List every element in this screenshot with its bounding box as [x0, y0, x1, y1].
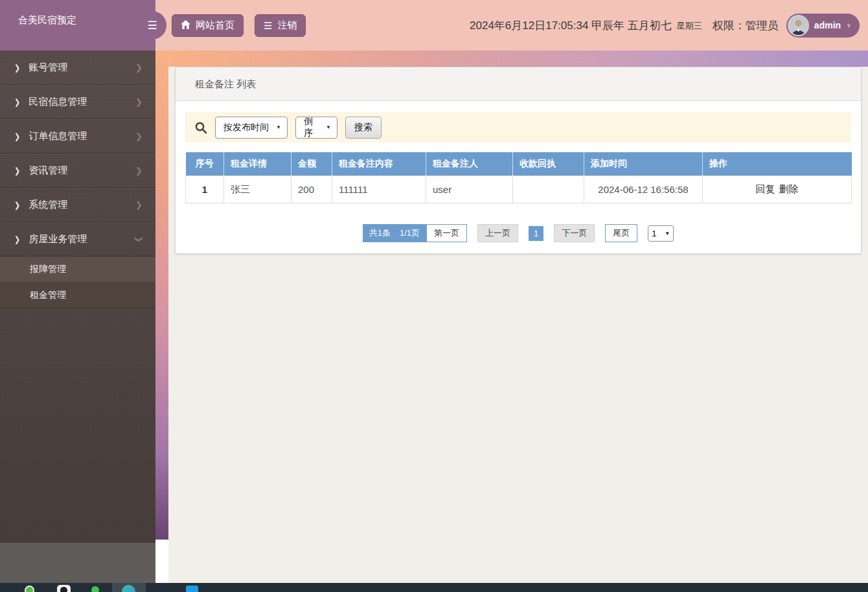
search-icon — [194, 121, 207, 134]
chevron-right-icon: ❯ — [14, 234, 20, 244]
sort-order-value: 倒序 — [304, 116, 321, 139]
sidebar-header: 合美民宿预定 ☰ — [0, 0, 155, 51]
background-gradient-band — [168, 51, 868, 67]
col-receipt: 收款回执 — [513, 152, 584, 176]
col-index: 序号 — [186, 152, 224, 176]
pagination-summary: 共1条 1/1页 — [363, 224, 426, 242]
first-page-button[interactable]: 第一页 — [426, 224, 467, 242]
page-count: 1/1页 — [400, 227, 420, 239]
page-number-select[interactable]: 1 ▼ — [648, 225, 674, 242]
col-remark-person: 租金备注人 — [426, 152, 513, 176]
col-amount: 金额 — [291, 152, 332, 176]
sidebar-item-label: 系统管理 — [29, 199, 67, 211]
page-select-value: 1 — [652, 229, 656, 238]
sidebar: ❯ 账号管理 ❯ ❯ 民宿信息管理 ❯ ❯ 订单信息管理 ❯ ❯ 资讯管理 ❯ … — [0, 51, 155, 543]
pagination: 共1条 1/1页 第一页 上一页 1 下一页 尾页 1 ▼ — [176, 224, 861, 242]
taskbar-app-icon[interactable] — [91, 586, 99, 592]
col-add-time: 添加时间 — [584, 152, 703, 176]
panel-title: 租金备注 列表 — [195, 78, 256, 89]
cell-actions: 回复删除 — [703, 176, 852, 203]
cell-receipt — [513, 176, 584, 203]
cell-remark-person: user — [426, 176, 513, 203]
cell-index: 1 — [186, 176, 224, 203]
taskbar-app-icon[interactable] — [25, 586, 34, 592]
os-taskbar — [0, 583, 868, 592]
cell-remark-content: 111111 — [332, 176, 426, 203]
sidebar-subitem-fault-report[interactable]: 报障管理 — [0, 256, 155, 282]
app-title: 合美民宿预定 — [18, 14, 76, 27]
chevron-right-icon: ❯ — [135, 200, 143, 210]
hamburger-icon: ☰ — [147, 19, 157, 32]
sidebar-item-account[interactable]: ❯ 账号管理 ❯ — [0, 51, 155, 85]
col-actions: 操作 — [703, 152, 852, 176]
logout-menu-icon: ☰ — [264, 21, 272, 30]
user-menu[interactable]: admin ▼ — [786, 14, 860, 38]
topbar: 网站首页 ☰ 注销 2024年6月12日17:05:34 甲辰年 五月初七 星期… — [155, 0, 868, 51]
taskbar-app-icon[interactable] — [57, 585, 71, 592]
logout-label: 注销 — [277, 19, 297, 32]
table-header-row: 序号 租金详情 金额 租金备注内容 租金备注人 收款回执 添加时间 操作 — [186, 152, 852, 176]
cell-rent-detail: 张三 — [224, 176, 291, 203]
chevron-right-icon: ❯ — [135, 63, 143, 73]
topbar-info: 2024年6月12日17:05:34 甲辰年 五月初七 星期三 权限：管理员 a… — [470, 14, 868, 38]
chevron-right-icon: ❯ — [14, 131, 20, 141]
background-gradient-strip — [155, 51, 168, 540]
avatar — [788, 15, 809, 36]
chevron-right-icon: ❯ — [14, 97, 20, 107]
sidebar-item-label: 账号管理 — [29, 62, 67, 74]
delete-link[interactable]: 删除 — [779, 183, 799, 194]
site-home-button[interactable]: 网站首页 — [172, 14, 244, 37]
cell-amount: 200 — [291, 176, 332, 203]
home-icon — [181, 20, 190, 30]
chevron-down-icon: ❯ — [134, 236, 144, 243]
sort-field-select[interactable]: 按发布时间 ▼ — [215, 117, 288, 139]
reply-link[interactable]: 回复 — [756, 183, 775, 194]
logout-button[interactable]: ☰ 注销 — [255, 14, 306, 37]
sidebar-item-homestay-info[interactable]: ❯ 民宿信息管理 ❯ — [0, 85, 155, 119]
rent-remarks-panel: 租金备注 列表 按发布时间 ▼ 倒序 ▼ 搜索 序号 — [175, 67, 862, 254]
chevron-right-icon: ❯ — [14, 200, 20, 210]
last-page-button[interactable]: 尾页 — [605, 224, 637, 242]
chevron-right-icon: ❯ — [14, 63, 20, 73]
col-rent-detail: 租金详情 — [224, 152, 291, 176]
site-home-label: 网站首页 — [196, 19, 234, 32]
sidebar-item-label: 订单信息管理 — [29, 130, 87, 142]
sidebar-toggle-button[interactable]: ☰ — [138, 11, 166, 40]
sort-field-value: 按发布时间 — [223, 122, 269, 133]
search-button[interactable]: 搜索 — [345, 117, 382, 139]
col-remark-content: 租金备注内容 — [332, 152, 426, 176]
username-text: admin — [814, 20, 841, 30]
rent-remarks-table: 序号 租金详情 金额 租金备注内容 租金备注人 收款回执 添加时间 操作 1 张… — [185, 152, 852, 203]
sidebar-item-house-business[interactable]: ❯ 房屋业务管理 ❯ — [0, 222, 155, 256]
datetime-text: 2024年6月12日17:05:34 甲辰年 五月初七 — [470, 18, 672, 33]
sidebar-item-system[interactable]: ❯ 系统管理 ❯ — [0, 188, 155, 222]
sidebar-item-label: 民宿信息管理 — [29, 96, 87, 108]
pagination-info-group: 共1条 1/1页 第一页 — [363, 224, 467, 242]
table-row: 1 张三 200 111111 user 2024-06-12 16:56:58… — [186, 176, 852, 203]
chevron-right-icon: ❯ — [135, 131, 143, 141]
sidebar-subitem-label: 报障管理 — [30, 264, 66, 275]
current-page-button[interactable]: 1 — [529, 226, 543, 241]
desktop-background — [0, 543, 155, 583]
sidebar-subitem-label: 租金管理 — [30, 290, 66, 301]
sidebar-subitem-rent[interactable]: 租金管理 — [0, 282, 155, 308]
sidebar-item-label: 资讯管理 — [29, 165, 67, 177]
cell-add-time: 2024-06-12 16:56:58 — [584, 176, 703, 203]
sidebar-item-order-info[interactable]: ❯ 订单信息管理 ❯ — [0, 119, 155, 154]
taskbar-app-icon[interactable] — [186, 586, 198, 592]
select-caret-icon: ▼ — [665, 231, 670, 236]
chevron-right-icon: ❯ — [14, 166, 20, 176]
taskbar-active-app-icon[interactable] — [112, 583, 146, 592]
weekday-text: 星期三 — [677, 20, 702, 32]
screen: 网站首页 ☰ 注销 2024年6月12日17:05:34 甲辰年 五月初七 星期… — [0, 0, 868, 592]
sidebar-item-news[interactable]: ❯ 资讯管理 ❯ — [0, 154, 155, 188]
sidebar-item-label: 房屋业务管理 — [29, 233, 87, 245]
prev-page-button[interactable]: 上一页 — [477, 224, 518, 242]
sort-order-select[interactable]: 倒序 ▼ — [295, 117, 337, 139]
total-count: 共1条 — [369, 227, 391, 239]
select-caret-icon: ▼ — [276, 124, 281, 130]
search-bar: 按发布时间 ▼ 倒序 ▼ 搜索 — [185, 112, 851, 142]
next-page-button[interactable]: 下一页 — [554, 224, 595, 242]
chevron-right-icon: ❯ — [135, 166, 143, 176]
role-text: 权限：管理员 — [713, 18, 779, 33]
